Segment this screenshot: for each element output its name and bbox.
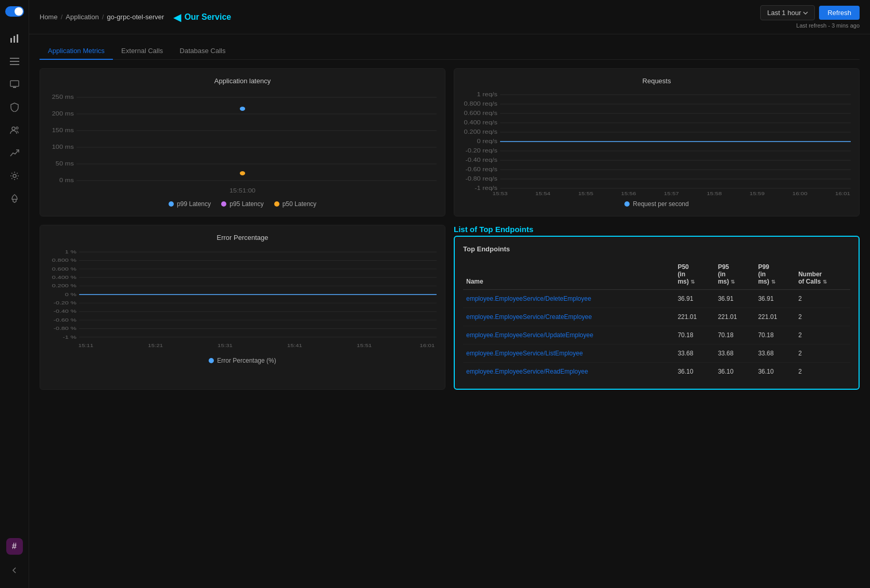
svg-text:15:41: 15:41 [287, 343, 302, 348]
svg-rect-6 [10, 81, 19, 86]
annotation-label: Our Service [184, 12, 231, 22]
endpoint-name[interactable]: employee.EmployeeService/ListEmployee [463, 344, 674, 363]
svg-text:150 ms: 150 ms [52, 127, 74, 133]
svg-text:0.800 req/s: 0.800 req/s [464, 101, 498, 106]
sidebar-icon-monitor[interactable] [4, 74, 25, 95]
sort-p50-icon: ⇅ [690, 279, 695, 285]
svg-text:0.400 %: 0.400 % [52, 275, 76, 280]
svg-text:0.200 req/s: 0.200 req/s [464, 129, 498, 134]
svg-text:16:00: 16:00 [792, 191, 808, 195]
endpoint-p99: 36.10 [755, 363, 795, 381]
table-row: employee.EmployeeService/DeleteEmployee … [463, 290, 850, 308]
endpoint-name[interactable]: employee.EmployeeService/UpdateEmployee [463, 326, 674, 344]
sidebar-icon-trending[interactable] [4, 143, 25, 163]
bottom-grid: Error Percentage 1 % 0.800 % 0.600 % 0.4… [40, 225, 860, 390]
svg-text:15:58: 15:58 [707, 191, 722, 195]
requests-chart-title: Requests [463, 77, 851, 85]
time-selector-label: Last 1 hour [767, 9, 801, 17]
tab-database-calls[interactable]: Database Calls [171, 43, 234, 60]
sidebar-icon-users[interactable] [4, 120, 25, 140]
legend-rps: Request per second [624, 200, 688, 208]
svg-text:50 ms: 50 ms [56, 161, 74, 166]
svg-text:0 req/s: 0 req/s [477, 138, 498, 144]
service-annotation: Home / Application / go-grpc-otel-server… [40, 11, 231, 23]
latency-chart-card: Application latency 250 ms 200 ms 150 ms… [40, 68, 445, 216]
svg-text:0.600 req/s: 0.600 req/s [464, 110, 498, 116]
breadcrumb-application[interactable]: Application [66, 13, 99, 21]
svg-rect-4 [10, 61, 19, 62]
main-content: Home / Application / go-grpc-otel-server… [29, 0, 870, 588]
slack-icon[interactable]: # [6, 538, 23, 555]
breadcrumb-home[interactable]: Home [40, 13, 58, 21]
legend-p95-label: p95 Latency [229, 200, 263, 208]
requests-chart-legend: Request per second [463, 200, 851, 208]
svg-rect-5 [10, 64, 19, 65]
legend-rps-label: Request per second [633, 200, 688, 208]
tab-application-metrics[interactable]: Application Metrics [40, 43, 113, 60]
tab-external-calls[interactable]: External Calls [113, 43, 171, 60]
legend-p50-dot [274, 201, 279, 207]
svg-text:15:55: 15:55 [578, 191, 593, 195]
legend-p99-label: p99 Latency [177, 200, 211, 208]
col-header-calls[interactable]: Numberof Calls ⇅ [795, 259, 850, 290]
svg-text:0.200 %: 0.200 % [52, 283, 76, 288]
svg-text:1 req/s: 1 req/s [477, 92, 498, 97]
table-row: employee.EmployeeService/ListEmployee 33… [463, 344, 850, 363]
sidebar-collapse[interactable] [4, 560, 25, 581]
endpoint-p50: 33.68 [674, 344, 714, 363]
svg-text:-0.60 %: -0.60 % [54, 317, 76, 323]
table-row: employee.EmployeeService/UpdateEmployee … [463, 326, 850, 344]
svg-text:-1 req/s: -1 req/s [475, 185, 497, 190]
error-chart-title: Error Percentage [48, 234, 437, 241]
endpoints-card-title: Top Endpoints [463, 245, 850, 253]
svg-text:0 ms: 0 ms [59, 177, 74, 183]
sidebar-icon-rocket[interactable] [4, 188, 25, 209]
legend-error-dot [209, 358, 214, 363]
sidebar-toggle[interactable] [5, 6, 24, 17]
svg-text:15:51: 15:51 [357, 343, 372, 348]
legend-error: Error Percentage (%) [209, 357, 276, 364]
endpoint-p95: 33.68 [715, 344, 755, 363]
svg-point-10 [13, 174, 16, 177]
legend-error-label: Error Percentage (%) [217, 357, 276, 364]
endpoint-p50: 221.01 [674, 308, 714, 326]
svg-text:-0.20 %: -0.20 % [54, 300, 76, 305]
sidebar-icon-menu[interactable] [4, 51, 25, 72]
time-selector[interactable]: Last 1 hour [760, 5, 815, 20]
svg-text:15:51:00: 15:51:00 [229, 188, 255, 193]
header-controls: Last 1 hour Refresh [760, 5, 860, 20]
svg-text:0.600 %: 0.600 % [52, 266, 76, 271]
annotation-arrow: ◀ [173, 11, 181, 23]
sidebar-icon-settings[interactable] [4, 165, 25, 186]
col-header-p99[interactable]: P99(inms) ⇅ [755, 259, 795, 290]
refresh-button[interactable]: Refresh [819, 6, 860, 20]
endpoint-p50: 36.10 [674, 363, 714, 381]
header: Home / Application / go-grpc-otel-server… [29, 0, 870, 34]
last-refresh-label: Last refresh - 3 mins ago [796, 22, 860, 29]
endpoint-name[interactable]: employee.EmployeeService/ReadEmployee [463, 363, 674, 381]
legend-p50: p50 Latency [274, 200, 316, 208]
svg-point-8 [12, 127, 15, 130]
sort-calls-icon: ⇅ [823, 279, 827, 285]
svg-rect-2 [17, 34, 18, 43]
requests-chart-card: Requests 1 req/s 0.800 req/s 0.600 req/s… [454, 68, 860, 216]
svg-text:100 ms: 100 ms [52, 144, 74, 149]
sidebar-icon-shield[interactable] [4, 97, 25, 118]
svg-rect-7 [13, 87, 16, 88]
error-chart-area: 1 % 0.800 % 0.600 % 0.400 % 0.200 % 0 % … [48, 248, 437, 352]
svg-text:-0.80 req/s: -0.80 req/s [465, 176, 497, 181]
endpoint-p99: 70.18 [755, 326, 795, 344]
col-header-p50[interactable]: P50(inms) ⇅ [674, 259, 714, 290]
legend-p95-dot [221, 201, 226, 207]
breadcrumb-service: go-grpc-otel-server [107, 13, 164, 21]
svg-text:200 ms: 200 ms [52, 111, 74, 116]
svg-text:15:11: 15:11 [79, 343, 94, 348]
latency-chart-legend: p99 Latency p95 Latency p50 Latency [48, 200, 437, 208]
sidebar-icon-barchart[interactable] [4, 28, 25, 49]
col-header-p95[interactable]: P95(inms) ⇅ [715, 259, 755, 290]
tabs-bar: Application Metrics External Calls Datab… [40, 43, 860, 60]
endpoint-name[interactable]: employee.EmployeeService/DeleteEmployee [463, 290, 674, 308]
endpoints-card: Top Endpoints Name P50(inms) ⇅ P95(inms)… [454, 236, 860, 390]
endpoint-name[interactable]: employee.EmployeeService/CreateEmployee [463, 308, 674, 326]
endpoints-section-label: List of Top Endpoints [454, 225, 860, 234]
